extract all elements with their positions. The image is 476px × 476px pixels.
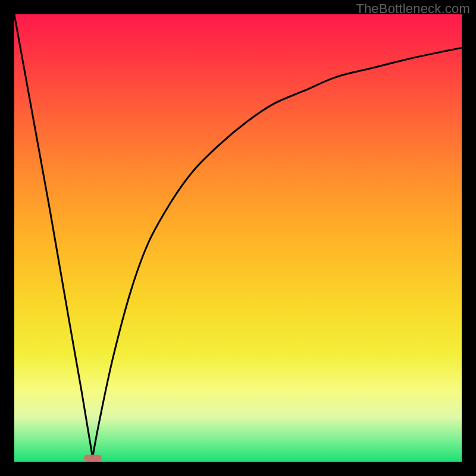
chart-frame: TheBottleneck.com — [0, 0, 476, 476]
curve-right-branch — [93, 48, 462, 457]
plot-area — [14, 14, 462, 462]
curve-left-branch — [14, 14, 93, 458]
attribution-label: TheBottleneck.com — [356, 1, 470, 17]
minimum-marker — [84, 455, 102, 462]
bottleneck-curve — [14, 14, 462, 462]
